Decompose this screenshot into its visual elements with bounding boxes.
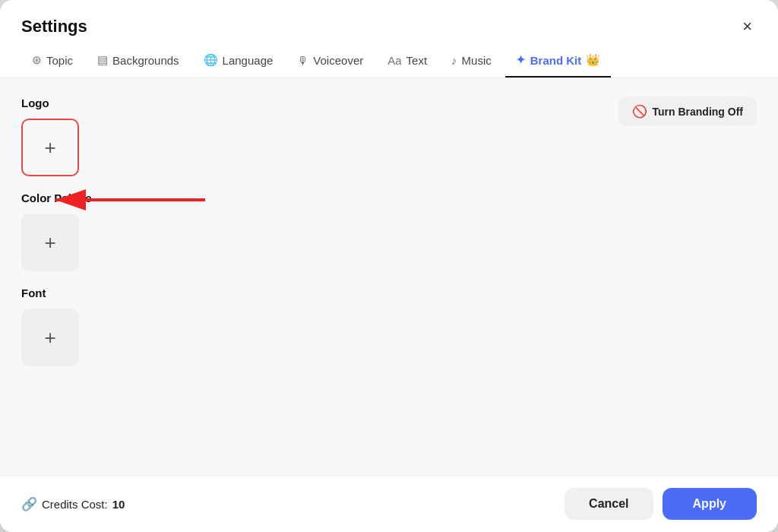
footer-buttons: Cancel Apply (565, 488, 757, 520)
credits-cost-display: 🔗 Credits Cost: 10 (21, 496, 125, 512)
cancel-button[interactable]: Cancel (565, 488, 653, 520)
music-icon: ♪ (451, 54, 457, 67)
settings-modal: Settings × ⊛ Topic ▤ Backgrounds 🌐 Langu… (0, 0, 778, 532)
add-font-icon: + (44, 326, 55, 350)
add-color-palette-icon: + (44, 231, 55, 255)
language-icon: 🌐 (204, 53, 218, 67)
close-button[interactable]: × (738, 17, 757, 36)
voiceover-icon: 🎙 (297, 54, 308, 67)
add-font-button[interactable]: + (21, 309, 79, 366)
color-palette-label: Color Palette (21, 192, 757, 204)
add-logo-icon: + (44, 136, 55, 160)
tab-voiceover[interactable]: 🎙 Voiceover (286, 48, 374, 78)
modal-title: Settings (21, 17, 87, 36)
topic-icon: ⊛ (32, 53, 42, 67)
font-section: Font + (21, 287, 757, 366)
text-icon: Aa (387, 54, 401, 67)
logo-label: Logo (21, 97, 79, 109)
modal-header: Settings × (0, 0, 778, 36)
tab-backgrounds[interactable]: ▤ Backgrounds (87, 47, 190, 78)
tab-text[interactable]: Aa Text (377, 48, 438, 78)
color-palette-section: Color Palette + (21, 192, 757, 271)
font-label: Font (21, 287, 757, 299)
tab-music[interactable]: ♪ Music (441, 48, 502, 78)
tabs-bar: ⊛ Topic ▤ Backgrounds 🌐 Language 🎙 Voice… (0, 36, 778, 78)
credits-value: 10 (112, 498, 125, 511)
tab-topic[interactable]: ⊛ Topic (21, 47, 84, 78)
backgrounds-icon: ▤ (97, 53, 108, 67)
turn-branding-off-button[interactable]: 🚫 Turn Branding Off (618, 97, 757, 126)
add-logo-button[interactable]: + (21, 119, 79, 176)
apply-button[interactable]: Apply (663, 488, 757, 520)
modal-body: Logo + 🚫 Turn Branding Off Color Palette (0, 78, 778, 475)
brandkit-icon: ✦ (516, 53, 526, 67)
modal-footer: 🔗 Credits Cost: 10 Cancel Apply (0, 475, 778, 532)
logo-section-header: Logo + 🚫 Turn Branding Off (21, 97, 757, 176)
crown-icon: 👑 (586, 53, 600, 67)
add-color-palette-button[interactable]: + (21, 214, 79, 271)
link-icon: 🔗 (21, 496, 37, 512)
tab-brandkit[interactable]: ✦ Brand Kit 👑 (505, 47, 612, 78)
eye-off-icon: 🚫 (632, 104, 647, 119)
logo-section: Logo + (21, 97, 79, 176)
tab-language[interactable]: 🌐 Language (193, 47, 284, 78)
